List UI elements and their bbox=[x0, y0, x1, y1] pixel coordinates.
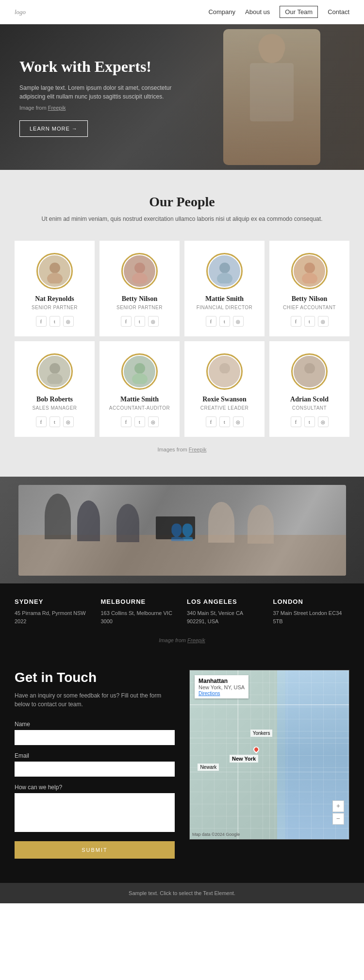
twitter-icon[interactable]: t bbox=[50, 416, 60, 427]
office-photo-inner bbox=[18, 485, 346, 576]
facebook-icon[interactable]: f bbox=[121, 316, 132, 327]
instagram-icon[interactable]: ◎ bbox=[318, 416, 329, 427]
office-freepik-link[interactable]: Freepik bbox=[187, 637, 205, 643]
svg-point-14 bbox=[304, 363, 315, 374]
team-role: CHIEF ACCOUNTANT bbox=[283, 305, 336, 310]
team-card-betty-nilson-1: Betty Nilson SENIOR PARTNER f t ◎ bbox=[99, 241, 180, 336]
people-images-credit: Images from Freepik bbox=[15, 447, 349, 452]
map-directions-link[interactable]: Directions bbox=[199, 691, 220, 696]
twitter-icon[interactable]: t bbox=[134, 416, 145, 427]
team-role: SENIOR PARTNER bbox=[32, 305, 78, 310]
instagram-icon[interactable]: ◎ bbox=[233, 316, 244, 327]
svg-point-5 bbox=[217, 273, 232, 283]
team-grid: Nat Reynolds SENIOR PARTNER f t ◎ Betty … bbox=[15, 241, 349, 437]
office-los-angeles: LOS ANGELES 340 Main St, Venice CA 90229… bbox=[187, 598, 264, 625]
facebook-icon[interactable]: f bbox=[206, 316, 216, 327]
hero-section: Work with Experts! Sample large text. Lo… bbox=[0, 24, 364, 170]
office-address: 45 Pirrama Rd, Pyrmont NSW 2022 bbox=[15, 609, 91, 625]
twitter-icon[interactable]: t bbox=[219, 316, 230, 327]
nav-team[interactable]: Our Team bbox=[280, 6, 318, 18]
facebook-icon[interactable]: f bbox=[36, 316, 47, 327]
message-textarea[interactable] bbox=[15, 793, 175, 832]
team-card-roxie-swanson: Roxie Swanson CREATIVE LEADER f t ◎ bbox=[184, 341, 265, 437]
name-input[interactable] bbox=[15, 730, 175, 745]
team-name: Nat Reynolds bbox=[35, 295, 74, 303]
hero-freepik-credit: Image from Freepik bbox=[19, 105, 175, 111]
map-container[interactable]: Manhattan New York, NY, USA Directions Y… bbox=[189, 670, 349, 840]
nav-links: Company About us Our Team Contact bbox=[208, 6, 349, 18]
people-freepik-link[interactable]: Freepik bbox=[189, 447, 207, 452]
team-role: FINANCIAL DIRECTOR bbox=[197, 305, 253, 310]
svg-point-6 bbox=[304, 263, 315, 273]
team-name: Betty Nilson bbox=[122, 295, 158, 303]
avatar-mattie-smith-aa bbox=[121, 353, 158, 390]
team-card-betty-nilson-2: Betty Nilson CHIEF ACCOUNTANT f t ◎ bbox=[269, 241, 349, 336]
team-role: CONSULTANT bbox=[292, 405, 327, 411]
office-address: 340 Main St, Venice CA 902291, USA bbox=[187, 609, 264, 625]
footer-text: Sample text. Click to select the Text El… bbox=[7, 890, 357, 896]
twitter-icon[interactable]: t bbox=[304, 316, 315, 327]
instagram-icon[interactable]: ◎ bbox=[63, 316, 74, 327]
team-name: Bob Roberts bbox=[36, 396, 73, 403]
contact-grid: Get in Touch Have an inquiry or some fee… bbox=[15, 670, 349, 859]
offices-section: SYDNEY 45 Pirrama Rd, Pyrmont NSW 2022 M… bbox=[0, 477, 364, 650]
office-address: 163 Collins St, Melbourne VIC 3000 bbox=[101, 609, 178, 625]
team-card-mattie-smith-fd: Mattie Smith FINANCIAL DIRECTOR f t ◎ bbox=[184, 241, 265, 336]
learn-more-button[interactable]: LEARN MORE → bbox=[19, 120, 88, 137]
instagram-icon[interactable]: ◎ bbox=[148, 316, 159, 327]
facebook-icon[interactable]: f bbox=[291, 416, 301, 427]
instagram-icon[interactable]: ◎ bbox=[148, 416, 159, 427]
team-name: Mattie Smith bbox=[120, 396, 159, 403]
office-city: SYDNEY bbox=[15, 598, 91, 605]
team-card-mattie-smith-aa: Mattie Smith ACCOUNTANT-AUDITOR f t ◎ bbox=[99, 341, 180, 437]
team-role: SALES MANAGER bbox=[32, 405, 77, 411]
twitter-icon[interactable]: t bbox=[50, 316, 60, 327]
office-melbourne: MELBOURNE 163 Collins St, Melbourne VIC … bbox=[101, 598, 178, 625]
submit-button[interactable]: SUBMIT bbox=[15, 841, 175, 859]
avatar-nat-reynolds bbox=[36, 253, 73, 289]
svg-point-11 bbox=[132, 373, 148, 384]
social-icons: f t ◎ bbox=[291, 316, 329, 327]
instagram-icon[interactable]: ◎ bbox=[63, 416, 74, 427]
team-card-nat-reynolds: Nat Reynolds SENIOR PARTNER f t ◎ bbox=[15, 241, 95, 336]
twitter-icon[interactable]: t bbox=[134, 316, 145, 327]
avatar-betty-nilson-1 bbox=[121, 253, 158, 289]
email-input[interactable] bbox=[15, 762, 175, 777]
map-area: Manhattan New York, NY, USA Directions Y… bbox=[189, 670, 349, 859]
people-title: Our People bbox=[15, 194, 349, 210]
logo: logo bbox=[15, 8, 26, 16]
map-zoom-in[interactable]: + bbox=[332, 800, 344, 812]
svg-point-7 bbox=[302, 273, 317, 283]
instagram-icon[interactable]: ◎ bbox=[233, 416, 244, 427]
map-newark-label: Newark bbox=[198, 764, 219, 771]
contact-section: Get in Touch Have an inquiry or some fee… bbox=[0, 650, 364, 883]
nav-about[interactable]: About us bbox=[245, 8, 270, 16]
facebook-icon[interactable]: f bbox=[121, 416, 132, 427]
nav-contact[interactable]: Contact bbox=[328, 8, 349, 16]
svg-point-13 bbox=[217, 373, 232, 384]
facebook-icon[interactable]: f bbox=[206, 416, 216, 427]
twitter-icon[interactable]: t bbox=[219, 416, 230, 427]
twitter-icon[interactable]: t bbox=[304, 416, 315, 427]
hero-content: Work with Experts! Sample large text. Lo… bbox=[0, 38, 194, 156]
facebook-icon[interactable]: f bbox=[291, 316, 301, 327]
team-role: SENIOR PARTNER bbox=[116, 305, 163, 310]
instagram-icon[interactable]: ◎ bbox=[318, 316, 329, 327]
people-subtitle: Ut enim ad minim veniam, quis nostrud ex… bbox=[15, 215, 349, 224]
message-label: How can we help? bbox=[15, 784, 175, 791]
nav-company[interactable]: Company bbox=[208, 8, 235, 16]
team-name: Mattie Smith bbox=[205, 295, 244, 303]
facebook-icon[interactable]: f bbox=[36, 416, 47, 427]
hero-person-shape bbox=[223, 29, 320, 165]
hero-freepik-link[interactable]: Freepik bbox=[48, 105, 66, 111]
social-icons: f t ◎ bbox=[36, 416, 74, 427]
map-pin bbox=[253, 747, 259, 752]
svg-point-1 bbox=[47, 273, 63, 283]
team-card-adrian-scold: Adrian Scold CONSULTANT f t ◎ bbox=[269, 341, 349, 437]
social-icons: f t ◎ bbox=[36, 316, 74, 327]
office-address: 37 Main Street London EC34 5TB bbox=[273, 609, 350, 625]
map-zoom-out[interactable]: − bbox=[332, 813, 344, 825]
team-role: ACCOUNTANT-AUDITOR bbox=[109, 405, 170, 411]
svg-point-3 bbox=[132, 273, 148, 283]
hero-person-image bbox=[209, 24, 335, 170]
